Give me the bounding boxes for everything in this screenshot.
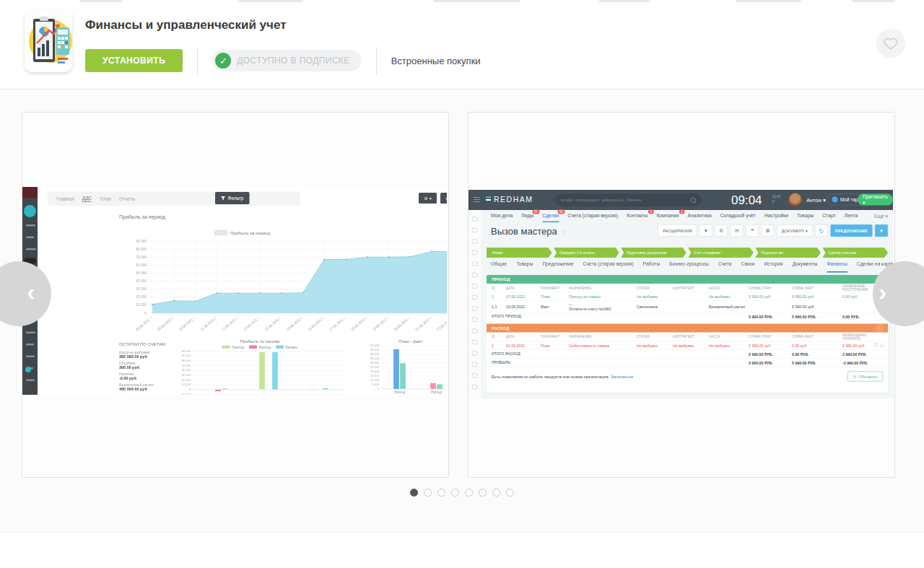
mail-icon: ✉ bbox=[731, 224, 744, 237]
strip-icon bbox=[472, 295, 477, 300]
column-header: СУММА ФАКТ bbox=[792, 335, 842, 338]
carousel-dot[interactable] bbox=[479, 489, 487, 497]
chevron-down-icon: ▾ bbox=[823, 197, 826, 204]
strip-icon bbox=[472, 318, 477, 322]
notification-badge: 50 bbox=[557, 210, 565, 214]
in-app-purchases-label: Встроенные покупки bbox=[391, 56, 481, 66]
finance-app-main: ГлавнаяДДСПланОтчеты Фильтр ⚙ ▾ ◉ bbox=[38, 187, 447, 395]
deal-tab-Счета: Счета bbox=[718, 261, 732, 273]
sidebar-item bbox=[26, 248, 36, 250]
sidebar-avatar bbox=[24, 205, 36, 217]
column-header: ДАТА bbox=[506, 286, 541, 289]
column-header: СТАТЬЯ bbox=[637, 335, 673, 338]
strip-icon bbox=[472, 329, 477, 333]
nav-item-Аналитика: Аналитика bbox=[687, 213, 711, 222]
total-value: 5 990.00 РУБ. bbox=[792, 314, 842, 318]
table-row: 107.06.2021ПланПриход за товарыНе выбран… bbox=[487, 292, 888, 301]
table-cell: 2 990.00 руб bbox=[749, 342, 792, 349]
strip-icon bbox=[472, 374, 477, 378]
carousel-dot[interactable] bbox=[424, 489, 432, 497]
table-cell: 5 990.00 руб bbox=[792, 293, 842, 300]
finance-footer: Есть пожелания по работе продукта или ну… bbox=[487, 367, 888, 386]
table-cell: — Оплата по счету №1801 bbox=[569, 301, 637, 312]
deal-tab-Бизнес-процессы: Бизнес-процессы bbox=[669, 261, 709, 273]
screenshot-slide-2[interactable]: REDHAM везде: сотрудники, документы, про… bbox=[468, 112, 895, 478]
screenshot-slide-1[interactable]: ГлавнаяДДСПланОтчеты Фильтр ⚙ ▾ ◉ bbox=[22, 112, 449, 478]
svg-text:Приход: Приход bbox=[394, 390, 406, 394]
svg-text:70 000: 70 000 bbox=[136, 255, 147, 259]
table-cell: 1 bbox=[492, 293, 506, 300]
divider bbox=[376, 47, 377, 74]
profit-area-chart: 010 00020 00030 00040 00050 00060 00070 … bbox=[124, 237, 447, 340]
svg-text:50 000: 50 000 bbox=[136, 271, 147, 275]
carousel-dot[interactable] bbox=[437, 489, 445, 497]
deal-title: Вызов мастера☆ bbox=[491, 226, 567, 237]
nav-item-Старт: Старт bbox=[822, 213, 835, 222]
table-cell: Безналичный расчет bbox=[709, 303, 749, 310]
chart-title: Прибыль по кассам bbox=[170, 338, 350, 344]
svg-text:20.06.2021 г.: 20.06.2021 г. bbox=[393, 316, 411, 332]
profit-value: -2 990.00 РУБ. bbox=[842, 360, 883, 364]
svg-text:Расход: Расход bbox=[431, 390, 442, 394]
svg-text:40 000: 40 000 bbox=[370, 352, 380, 356]
total-label: ИТОГО РАСХОД bbox=[492, 352, 749, 357]
deal-pipeline: НоваяОжидаем 1-й оплатыПодготовка докуме… bbox=[487, 248, 888, 258]
profit-row: ПРИБЫЛЬ:3 000.00 РУБ.5 990.00 РУБ.-2 990… bbox=[487, 359, 888, 367]
table-cell: Не выбрано bbox=[637, 342, 673, 349]
install-button[interactable]: УСТАНОВИТЬ bbox=[85, 49, 183, 72]
svg-text:08.06.2021 г.: 08.06.2021 г. bbox=[135, 316, 152, 332]
table-cell: Не выбрано bbox=[709, 342, 749, 349]
carousel-dot[interactable] bbox=[506, 489, 514, 497]
nav-item-Настройки: Настройки bbox=[764, 213, 788, 222]
strip-icon bbox=[472, 340, 477, 344]
svg-text:10 000: 10 000 bbox=[182, 383, 191, 386]
table-cell: Не выбрано bbox=[709, 293, 749, 300]
deal-tab-Финансы: Финансы bbox=[827, 261, 847, 273]
carousel-dot[interactable] bbox=[451, 489, 459, 497]
refresh-icon: ↻ bbox=[815, 224, 828, 237]
extensions-button: РАСШИРЕНИЯ bbox=[658, 224, 697, 237]
profit-value: 5 990.00 РУБ. bbox=[792, 360, 842, 364]
add-row-icon: + bbox=[876, 325, 883, 331]
deal-tabs: ОбщиеТоварыПредложениеСчета (старая верс… bbox=[491, 261, 888, 273]
column-header: ДАТА bbox=[506, 335, 541, 338]
carousel-dot[interactable] bbox=[492, 489, 500, 497]
left-icon-strip bbox=[468, 210, 481, 398]
chevron-down-icon: ▾ bbox=[430, 196, 432, 201]
tab-bar: ГлавнаяДДСПланОтчеты bbox=[48, 191, 300, 206]
column-header: ID bbox=[492, 335, 506, 338]
carousel-dot[interactable] bbox=[410, 489, 418, 497]
svg-text:60 000: 60 000 bbox=[136, 263, 147, 267]
avatar bbox=[788, 193, 802, 207]
section-bar: ПРИХОД+ bbox=[487, 275, 888, 284]
section-title: ПРИХОД bbox=[492, 277, 510, 281]
chat-icon: ❝ bbox=[746, 224, 759, 237]
svg-text:60 000: 60 000 bbox=[182, 359, 191, 362]
table-header-row: IDДАТАПЛАН/ФАКТНАЗНАЧЕНИЕСТАТЬЯКОНТРАГЕН… bbox=[487, 333, 888, 341]
nav-item-Лента: Лента bbox=[845, 213, 858, 222]
footer-text: Есть пожелания по работе продукта или ну… bbox=[492, 375, 609, 379]
star-icon: ☆ bbox=[561, 228, 567, 236]
deal-tab-Работы: Работы bbox=[643, 261, 660, 273]
svg-text:09.06.2021 г.: 09.06.2021 г. bbox=[157, 316, 174, 332]
refresh-label: Обновить bbox=[858, 375, 877, 379]
section-title: РАСХОД bbox=[492, 326, 510, 331]
table-cell: 07.06.2021 bbox=[506, 293, 541, 300]
subscription-badge-label: ДОСТУПНО В ПОДПИСКЕ bbox=[237, 56, 349, 66]
pipeline-stage: Подписан акт bbox=[755, 248, 821, 258]
help-button: ◉ ▾ bbox=[440, 193, 447, 204]
favorite-button[interactable] bbox=[876, 29, 905, 58]
nav-item-Товары: Товары bbox=[797, 213, 814, 222]
row-action-icons: ❐ ▢ bbox=[873, 343, 884, 348]
table-cell: 02.06.2021 bbox=[506, 342, 541, 349]
carousel-dot[interactable] bbox=[465, 489, 473, 497]
screenshot-image-crm: REDHAM везде: сотрудники, документы, про… bbox=[468, 190, 893, 398]
strip-icon bbox=[472, 284, 477, 289]
svg-text:15 000: 15 000 bbox=[370, 374, 380, 377]
table-row: 1.110.06.2021Факт— Оплата по счету №1801… bbox=[487, 301, 888, 313]
table-cell bbox=[673, 295, 709, 297]
svg-text:45 000: 45 000 bbox=[370, 348, 380, 351]
clock-small: 11:40 0 bbox=[772, 195, 780, 204]
svg-text:20 000: 20 000 bbox=[136, 295, 147, 299]
column-header: ID bbox=[492, 286, 506, 289]
